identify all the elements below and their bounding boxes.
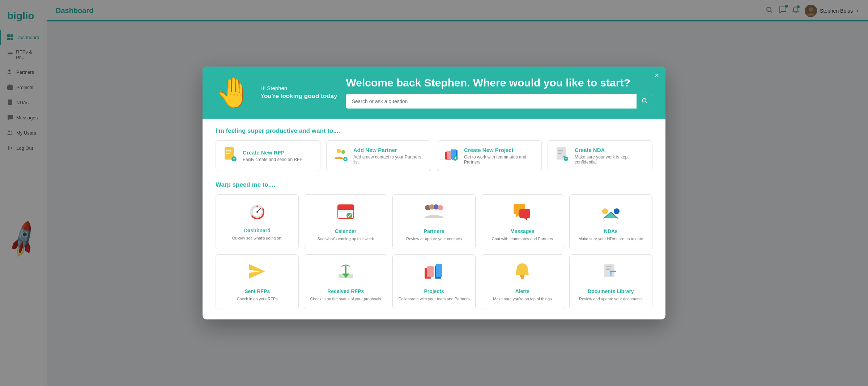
svg-rect-41 bbox=[558, 150, 563, 151]
ndas-warp-icon bbox=[601, 202, 620, 225]
quick-card-text: Create NDA Make sure your work is kept c… bbox=[575, 147, 646, 165]
warp-card-desc: See what's coming up this week bbox=[318, 236, 374, 242]
svg-rect-89 bbox=[606, 266, 612, 267]
modal-greeting: Hi Stephen, You're looking good today bbox=[260, 85, 337, 100]
quick-card-text: Create New Project Get to work with team… bbox=[464, 147, 535, 165]
svg-point-75 bbox=[614, 208, 620, 214]
modal-close-button[interactable]: × bbox=[655, 72, 659, 79]
quick-card-title: Create New Project bbox=[464, 147, 535, 153]
svg-rect-90 bbox=[606, 268, 612, 268]
warp-card-desc: Review or update your contacts bbox=[406, 236, 462, 242]
warp-card-title: Calendar bbox=[335, 228, 357, 234]
svg-rect-23 bbox=[226, 152, 231, 152]
warp-card-desc: Check in on the status of your proposals bbox=[310, 296, 381, 302]
modal-title-section: Welcome back Stephen. Where would you li… bbox=[346, 77, 652, 109]
project-card-icon bbox=[444, 147, 459, 165]
quick-card-desc: Get to work with teammates and Partners bbox=[464, 154, 535, 165]
svg-marker-73 bbox=[524, 218, 527, 221]
warp-card-desc: Check in on your RFPs bbox=[237, 296, 278, 302]
svg-point-52 bbox=[256, 211, 258, 213]
warp-card-projects[interactable]: Projects Collaborate with your team and … bbox=[392, 254, 476, 309]
warp-card-title: NDAs bbox=[604, 228, 618, 234]
warp-card-messages[interactable]: Messages Chat with teammates and Partner… bbox=[481, 194, 564, 249]
svg-point-67 bbox=[429, 204, 434, 209]
warp-card-partners[interactable]: Partners Review or update your contacts bbox=[392, 194, 476, 249]
svg-point-69 bbox=[438, 205, 443, 210]
quick-card-create-rfp[interactable]: Create New RFP Easily create and send an… bbox=[216, 140, 320, 171]
warp-card-title: Documents Library bbox=[588, 288, 634, 294]
welcome-modal: 🤚 Hi Stephen, You're looking good today … bbox=[203, 67, 665, 320]
warp-card-desc: Chat with teammates and Partners bbox=[492, 236, 553, 242]
svg-rect-56 bbox=[338, 208, 354, 210]
quick-card-title: Add New Partner bbox=[353, 147, 424, 153]
messages-warp-icon bbox=[513, 202, 532, 225]
warp-card-dashboard[interactable]: Dashboard Quickly see what's going on! bbox=[216, 194, 299, 249]
quick-card-desc: Easily create and send an RFP bbox=[243, 157, 302, 162]
alerts-warp-icon bbox=[513, 262, 532, 285]
warp-card-documents[interactable]: Documents Library Review and update your… bbox=[569, 254, 652, 309]
warp-grid-row2: Sent RFPs Check in on your RFPs Received… bbox=[216, 254, 652, 309]
warp-card-alerts[interactable]: Alerts Make sure you're on top of things bbox=[481, 254, 564, 309]
quick-card-text: Add New Partner Add a new contact to you… bbox=[353, 147, 424, 165]
sent-rfps-warp-icon bbox=[248, 262, 267, 285]
warp-card-title: Sent RFPs bbox=[244, 288, 270, 294]
warp-card-received-rfps[interactable]: Received RFPs Check in on the status of … bbox=[304, 254, 387, 309]
modal-search-button[interactable] bbox=[637, 94, 652, 109]
svg-rect-42 bbox=[558, 152, 563, 152]
svg-point-28 bbox=[337, 149, 341, 153]
greeting-sub: Hi Stephen, bbox=[260, 85, 337, 91]
svg-rect-43 bbox=[558, 153, 562, 154]
svg-rect-85 bbox=[436, 264, 442, 277]
svg-rect-83 bbox=[427, 266, 434, 277]
calendar-warp-icon bbox=[336, 202, 355, 225]
quick-card-add-partner[interactable]: Add New Partner Add a new contact to you… bbox=[326, 140, 431, 171]
quick-card-text: Create New RFP Easily create and send an… bbox=[243, 149, 302, 162]
warp-card-title: Partners bbox=[424, 228, 444, 234]
warp-card-calendar[interactable]: Calendar See what's coming up this week bbox=[304, 194, 387, 249]
quick-card-create-project[interactable]: Create New Project Get to work with team… bbox=[437, 140, 542, 171]
svg-line-20 bbox=[646, 101, 647, 103]
warp-section-title: Warp speed me to.... bbox=[216, 181, 652, 188]
warp-grid-row1: Dashboard Quickly see what's going on! bbox=[216, 194, 652, 249]
partners-warp-icon bbox=[424, 202, 444, 225]
documents-warp-icon bbox=[601, 262, 620, 285]
quick-card-title: Create New RFP bbox=[243, 149, 302, 156]
quick-card-desc: Add a new contact to your Partners list bbox=[353, 154, 424, 165]
svg-rect-24 bbox=[226, 153, 230, 154]
svg-rect-22 bbox=[226, 150, 231, 151]
svg-point-29 bbox=[341, 150, 345, 154]
greeting-main: You're looking good today bbox=[260, 93, 337, 100]
warp-card-title: Alerts bbox=[515, 288, 530, 294]
svg-point-87 bbox=[521, 276, 524, 279]
svg-point-66 bbox=[425, 205, 430, 210]
modal-welcome-title: Welcome back Stephen. Where would you li… bbox=[346, 77, 652, 89]
warp-card-ndas[interactable]: NDAs Make sure your NDAs are up to date bbox=[569, 194, 652, 249]
svg-point-68 bbox=[434, 204, 439, 209]
svg-rect-92 bbox=[610, 272, 612, 276]
svg-point-53 bbox=[256, 205, 258, 207]
dashboard-warp-icon bbox=[247, 202, 267, 224]
modal-search-box bbox=[346, 94, 652, 109]
quick-card-create-nda[interactable]: Create NDA Make sure your work is kept c… bbox=[548, 140, 652, 171]
svg-marker-76 bbox=[249, 264, 265, 279]
nda-card-icon bbox=[554, 147, 570, 165]
warp-card-desc: Collaborate with your team and Partners bbox=[399, 296, 470, 302]
warp-card-title: Received RFPs bbox=[327, 288, 364, 294]
warp-card-sent-rfps[interactable]: Sent RFPs Check in on your RFPs bbox=[216, 254, 299, 309]
warp-card-title: Messages bbox=[510, 228, 535, 234]
productive-section-title: I'm feeling super productive and want to… bbox=[216, 127, 652, 135]
quick-card-desc: Make sure your work is kept confidential bbox=[575, 154, 646, 165]
svg-point-74 bbox=[602, 208, 608, 214]
partner-card-icon bbox=[333, 147, 348, 165]
modal-search-input[interactable] bbox=[346, 95, 637, 108]
svg-rect-72 bbox=[519, 209, 530, 218]
modal-header: 🤚 Hi Stephen, You're looking good today … bbox=[203, 67, 665, 119]
wave-emoji: 🤚 bbox=[216, 78, 252, 107]
warp-card-desc: Make sure you're on top of things bbox=[493, 296, 552, 302]
received-rfps-warp-icon bbox=[336, 262, 355, 285]
svg-line-51 bbox=[257, 208, 261, 212]
quick-card-title: Create NDA bbox=[575, 147, 646, 153]
warp-card-desc: Quickly see what's going on! bbox=[232, 236, 282, 241]
svg-rect-91 bbox=[606, 269, 610, 270]
warp-card-desc: Make sure your NDAs are up to date bbox=[579, 236, 643, 242]
